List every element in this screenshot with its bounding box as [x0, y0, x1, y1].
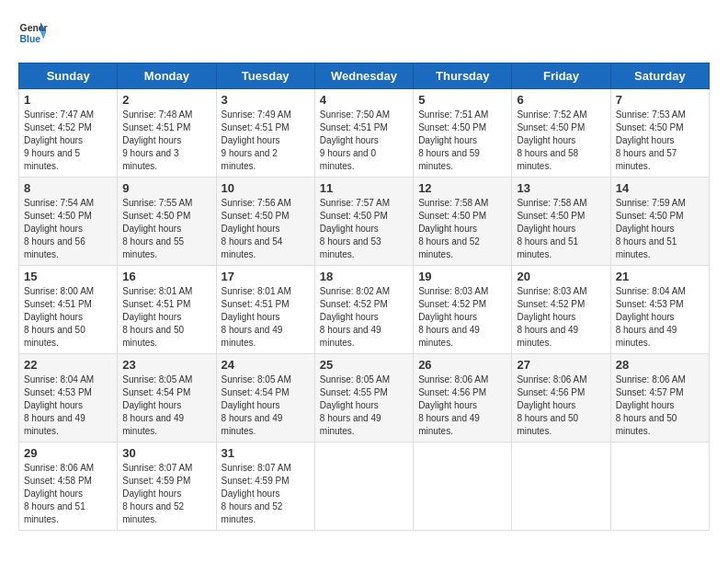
- day-number: 4: [320, 93, 408, 107]
- day-number: 12: [418, 181, 506, 195]
- day-info: Sunrise: 7:57 AM Sunset: 4:50 PM Dayligh…: [320, 197, 408, 261]
- day-number: 24: [222, 358, 310, 372]
- day-number: 6: [517, 93, 605, 107]
- day-info: Sunrise: 8:01 AM Sunset: 4:51 PM Dayligh…: [222, 285, 310, 350]
- calendar-week-3: 15 Sunrise: 8:00 AM Sunset: 4:51 PM Dayl…: [19, 266, 710, 354]
- day-number: 3: [222, 93, 310, 107]
- day-info: Sunrise: 7:48 AM Sunset: 4:51 PM Dayligh…: [122, 109, 210, 173]
- calendar-cell: 28 Sunrise: 8:06 AM Sunset: 4:57 PM Dayl…: [610, 354, 709, 442]
- calendar-cell: 6 Sunrise: 7:52 AM Sunset: 4:50 PM Dayli…: [512, 89, 610, 178]
- weekday-friday: Friday: [512, 63, 610, 89]
- day-number: 21: [616, 270, 704, 283]
- weekday-saturday: Saturday: [610, 63, 709, 89]
- day-info: Sunrise: 8:01 AM Sunset: 4:51 PM Dayligh…: [122, 285, 210, 350]
- day-number: 27: [517, 358, 605, 372]
- day-number: 7: [616, 93, 704, 107]
- day-info: Sunrise: 7:54 AM Sunset: 4:50 PM Dayligh…: [24, 197, 112, 261]
- calendar-table: SundayMondayTuesdayWednesdayThursdayFrid…: [18, 63, 710, 531]
- calendar-cell: 26 Sunrise: 8:06 AM Sunset: 4:56 PM Dayl…: [414, 354, 512, 442]
- day-number: 9: [122, 181, 210, 195]
- calendar-cell: 27 Sunrise: 8:06 AM Sunset: 4:56 PM Dayl…: [512, 354, 610, 442]
- logo-icon: General Blue: [18, 18, 48, 48]
- day-number: 28: [616, 358, 704, 372]
- calendar-cell: 22 Sunrise: 8:04 AM Sunset: 4:53 PM Dayl…: [19, 354, 118, 442]
- day-info: Sunrise: 8:07 AM Sunset: 4:59 PM Dayligh…: [222, 462, 310, 526]
- calendar-cell: 17 Sunrise: 8:01 AM Sunset: 4:51 PM Dayl…: [216, 266, 314, 354]
- day-info: Sunrise: 7:55 AM Sunset: 4:50 PM Dayligh…: [122, 197, 210, 261]
- calendar-cell: 24 Sunrise: 8:05 AM Sunset: 4:54 PM Dayl…: [216, 354, 314, 442]
- weekday-monday: Monday: [118, 63, 216, 89]
- day-number: 16: [122, 270, 210, 283]
- day-info: Sunrise: 7:53 AM Sunset: 4:50 PM Dayligh…: [616, 109, 704, 173]
- calendar-week-1: 1 Sunrise: 7:47 AM Sunset: 4:52 PM Dayli…: [19, 89, 710, 178]
- svg-marker-3: [40, 31, 46, 39]
- calendar-cell: 19 Sunrise: 8:03 AM Sunset: 4:52 PM Dayl…: [414, 266, 512, 354]
- calendar-cell: [414, 442, 512, 531]
- day-info: Sunrise: 8:05 AM Sunset: 4:55 PM Dayligh…: [320, 373, 408, 438]
- calendar-cell: 7 Sunrise: 7:53 AM Sunset: 4:50 PM Dayli…: [610, 89, 709, 178]
- weekday-tuesday: Tuesday: [216, 63, 314, 89]
- weekday-thursday: Thursday: [414, 63, 512, 89]
- calendar-cell: 21 Sunrise: 8:04 AM Sunset: 4:53 PM Dayl…: [610, 266, 709, 354]
- weekday-header-row: SundayMondayTuesdayWednesdayThursdayFrid…: [19, 63, 710, 89]
- calendar-cell: 3 Sunrise: 7:49 AM Sunset: 4:51 PM Dayli…: [216, 89, 314, 178]
- calendar-cell: 25 Sunrise: 8:05 AM Sunset: 4:55 PM Dayl…: [314, 354, 413, 442]
- day-info: Sunrise: 8:05 AM Sunset: 4:54 PM Dayligh…: [222, 373, 310, 438]
- day-number: 22: [24, 358, 112, 372]
- calendar-cell: 11 Sunrise: 7:57 AM Sunset: 4:50 PM Dayl…: [314, 178, 413, 266]
- calendar-body: 1 Sunrise: 7:47 AM Sunset: 4:52 PM Dayli…: [19, 89, 710, 531]
- calendar-cell: 15 Sunrise: 8:00 AM Sunset: 4:51 PM Dayl…: [19, 266, 118, 354]
- logo: General Blue: [18, 18, 51, 48]
- calendar-cell: 9 Sunrise: 7:55 AM Sunset: 4:50 PM Dayli…: [118, 178, 216, 266]
- day-info: Sunrise: 7:58 AM Sunset: 4:50 PM Dayligh…: [418, 197, 506, 261]
- calendar-cell: 14 Sunrise: 7:59 AM Sunset: 4:50 PM Dayl…: [610, 178, 709, 266]
- day-info: Sunrise: 8:06 AM Sunset: 4:57 PM Dayligh…: [616, 373, 704, 438]
- calendar-cell: [512, 442, 610, 531]
- day-number: 17: [222, 270, 310, 283]
- calendar-cell: [610, 442, 709, 531]
- day-info: Sunrise: 7:52 AM Sunset: 4:50 PM Dayligh…: [517, 109, 605, 173]
- calendar-cell: 8 Sunrise: 7:54 AM Sunset: 4:50 PM Dayli…: [19, 178, 118, 266]
- calendar-cell: 29 Sunrise: 8:06 AM Sunset: 4:58 PM Dayl…: [19, 442, 118, 531]
- day-info: Sunrise: 7:47 AM Sunset: 4:52 PM Dayligh…: [24, 109, 112, 173]
- day-number: 23: [122, 358, 210, 372]
- day-info: Sunrise: 7:59 AM Sunset: 4:50 PM Dayligh…: [616, 197, 704, 261]
- calendar-cell: 5 Sunrise: 7:51 AM Sunset: 4:50 PM Dayli…: [414, 89, 512, 178]
- calendar-cell: 10 Sunrise: 7:56 AM Sunset: 4:50 PM Dayl…: [216, 178, 314, 266]
- day-number: 8: [24, 181, 112, 195]
- day-number: 2: [122, 93, 210, 107]
- day-info: Sunrise: 8:03 AM Sunset: 4:52 PM Dayligh…: [517, 285, 605, 350]
- day-info: Sunrise: 7:58 AM Sunset: 4:50 PM Dayligh…: [517, 197, 605, 261]
- calendar-cell: [314, 442, 413, 531]
- day-info: Sunrise: 8:04 AM Sunset: 4:53 PM Dayligh…: [24, 373, 112, 438]
- day-info: Sunrise: 8:06 AM Sunset: 4:58 PM Dayligh…: [24, 462, 112, 526]
- day-number: 11: [320, 181, 408, 195]
- day-number: 31: [222, 446, 310, 460]
- day-number: 14: [616, 181, 704, 195]
- day-info: Sunrise: 7:49 AM Sunset: 4:51 PM Dayligh…: [222, 109, 310, 173]
- day-number: 1: [24, 93, 112, 107]
- day-info: Sunrise: 8:03 AM Sunset: 4:52 PM Dayligh…: [418, 285, 506, 350]
- day-info: Sunrise: 8:06 AM Sunset: 4:56 PM Dayligh…: [517, 373, 605, 438]
- day-number: 18: [320, 270, 408, 283]
- calendar-cell: 30 Sunrise: 8:07 AM Sunset: 4:59 PM Dayl…: [118, 442, 216, 531]
- day-info: Sunrise: 7:56 AM Sunset: 4:50 PM Dayligh…: [222, 197, 310, 261]
- day-number: 5: [418, 93, 506, 107]
- calendar-cell: 4 Sunrise: 7:50 AM Sunset: 4:51 PM Dayli…: [314, 89, 413, 178]
- calendar-cell: 23 Sunrise: 8:05 AM Sunset: 4:54 PM Dayl…: [118, 354, 216, 442]
- calendar-week-5: 29 Sunrise: 8:06 AM Sunset: 4:58 PM Dayl…: [19, 442, 710, 531]
- day-number: 15: [24, 270, 112, 283]
- day-info: Sunrise: 8:06 AM Sunset: 4:56 PM Dayligh…: [418, 373, 506, 438]
- day-number: 25: [320, 358, 408, 372]
- day-info: Sunrise: 8:05 AM Sunset: 4:54 PM Dayligh…: [122, 373, 210, 438]
- calendar-cell: 12 Sunrise: 7:58 AM Sunset: 4:50 PM Dayl…: [414, 178, 512, 266]
- calendar-cell: 13 Sunrise: 7:58 AM Sunset: 4:50 PM Dayl…: [512, 178, 610, 266]
- calendar-cell: 2 Sunrise: 7:48 AM Sunset: 4:51 PM Dayli…: [118, 89, 216, 178]
- day-number: 30: [122, 446, 210, 460]
- day-number: 29: [24, 446, 112, 460]
- day-info: Sunrise: 8:04 AM Sunset: 4:53 PM Dayligh…: [616, 285, 704, 350]
- weekday-wednesday: Wednesday: [314, 63, 413, 89]
- day-number: 10: [222, 181, 310, 195]
- day-info: Sunrise: 7:51 AM Sunset: 4:50 PM Dayligh…: [418, 109, 506, 173]
- day-info: Sunrise: 8:02 AM Sunset: 4:52 PM Dayligh…: [320, 285, 408, 350]
